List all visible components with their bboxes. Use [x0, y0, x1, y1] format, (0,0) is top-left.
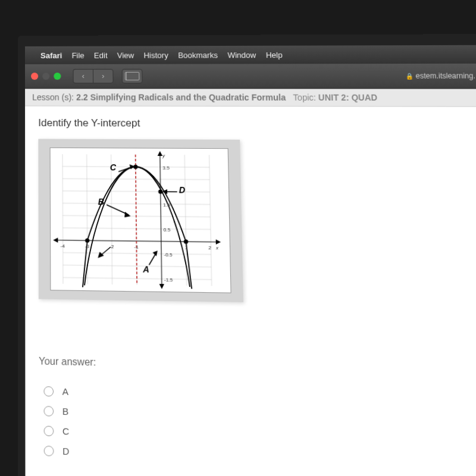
option-label: C [62, 425, 69, 437]
sidebar-toggle-button[interactable] [122, 69, 143, 83]
menu-view[interactable]: View [117, 51, 134, 60]
menu-history[interactable]: History [143, 51, 168, 60]
option-label: A [62, 386, 69, 397]
breadcrumb: Lesson (s): 2.2 Simplifying Radicals and… [25, 89, 476, 107]
answer-label: Your answer: [39, 356, 476, 377]
menu-window[interactable]: Window [227, 50, 256, 59]
traffic-lights [31, 73, 61, 80]
svg-text:0.5: 0.5 [164, 227, 171, 233]
menu-edit[interactable]: Edit [94, 51, 108, 60]
back-button[interactable]: ‹ [73, 69, 93, 83]
browser-toolbar: ‹ › 🔒 estem.itslearning. [25, 64, 476, 89]
svg-line-23 [136, 155, 137, 285]
svg-text:-4: -4 [61, 243, 65, 249]
topic-label: Topic: [293, 93, 316, 103]
svg-text:x: x [215, 245, 219, 251]
svg-marker-46 [124, 212, 130, 217]
question-prompt: Identify the Y-intercept [38, 117, 474, 131]
radio-icon[interactable] [44, 406, 54, 416]
forward-button[interactable]: › [93, 69, 114, 83]
svg-point-25 [133, 165, 137, 169]
app-name[interactable]: Safari [40, 51, 62, 60]
radio-icon[interactable] [43, 386, 54, 396]
url-text: estem.itslearning. [415, 71, 475, 80]
lock-icon: 🔒 [405, 73, 413, 79]
svg-line-0 [62, 154, 63, 284]
svg-text:D: D [179, 185, 186, 195]
svg-marker-22 [53, 237, 58, 242]
svg-line-2 [111, 155, 112, 285]
svg-marker-21 [216, 239, 221, 245]
svg-text:-0.5: -0.5 [164, 252, 173, 258]
lesson-title: 2.2 Simplifying Radicals and the Quadrat… [76, 92, 286, 102]
svg-text:-1: -1 [134, 244, 139, 250]
svg-text:-2: -2 [109, 244, 114, 250]
svg-line-18 [55, 240, 218, 242]
svg-text:A: A [142, 264, 149, 274]
svg-text:C: C [110, 162, 117, 173]
radio-icon[interactable] [44, 446, 54, 456]
content-area: Identify the Y-intercept [25, 107, 476, 476]
svg-marker-19 [158, 151, 162, 156]
svg-text:1: 1 [185, 245, 188, 250]
graph-container: 3.5 1.5 0.5 -0.5 -1.5 -4 -3 -2 -1 1 2 x … [38, 139, 243, 302]
svg-text:3.5: 3.5 [162, 165, 170, 171]
close-icon[interactable] [31, 73, 38, 80]
svg-text:-3: -3 [85, 243, 90, 249]
svg-text:B: B [98, 197, 105, 207]
svg-line-6 [209, 155, 212, 286]
menu-bar: Safari File Edit View History Bookmarks … [25, 45, 476, 64]
menu-bookmarks[interactable]: Bookmarks [178, 51, 218, 60]
topic-title: UNIT 2: QUAD [318, 93, 378, 103]
svg-text:1.5: 1.5 [163, 202, 170, 208]
svg-text:y: y [162, 153, 165, 158]
maximize-icon[interactable] [54, 73, 61, 80]
menu-file[interactable]: File [72, 51, 84, 60]
lesson-label: Lesson (s): [32, 92, 74, 102]
parabola-graph: 3.5 1.5 0.5 -0.5 -1.5 -4 -3 -2 -1 1 2 x … [50, 148, 231, 293]
laptop-frame: Safari File Edit View History Bookmarks … [18, 34, 476, 476]
option-label: B [62, 406, 69, 417]
svg-line-17 [160, 154, 162, 287]
svg-text:-1.5: -1.5 [164, 277, 173, 283]
option-label: D [62, 446, 69, 457]
svg-marker-20 [159, 284, 164, 289]
radio-icon[interactable] [44, 425, 54, 436]
svg-text:2: 2 [208, 245, 211, 251]
svg-point-24 [85, 239, 89, 243]
minimize-icon[interactable] [42, 73, 49, 80]
url-bar[interactable]: 🔒 estem.itslearning. [148, 71, 476, 80]
svg-point-26 [158, 189, 162, 193]
answer-options: A B C D [39, 381, 476, 472]
menu-help[interactable]: Help [266, 50, 283, 59]
nav-buttons: ‹ › [73, 69, 114, 83]
svg-line-8 [62, 178, 209, 180]
svg-point-27 [184, 239, 188, 243]
